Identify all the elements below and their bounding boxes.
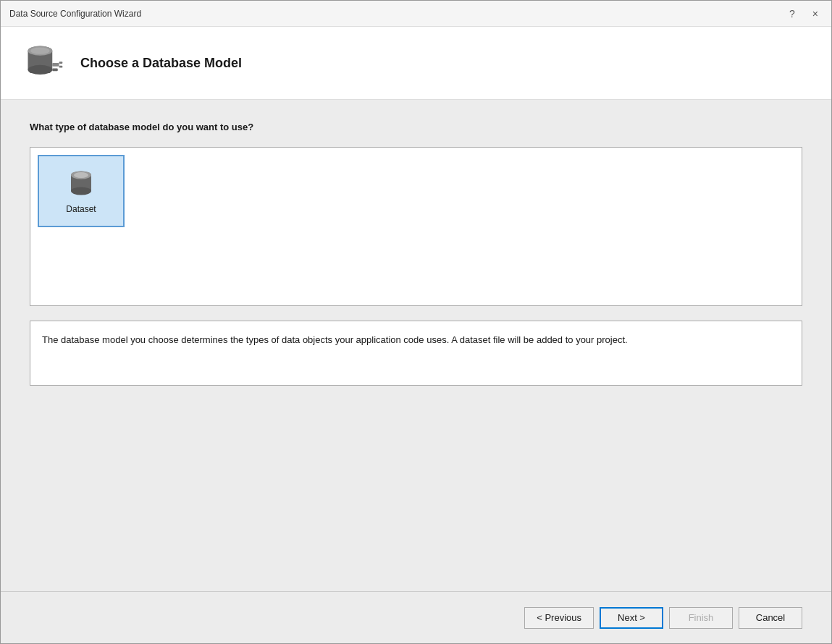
model-item-dataset-label: Dataset [66, 204, 96, 214]
cancel-button[interactable]: Cancel [739, 607, 802, 629]
model-item-dataset[interactable]: Dataset [38, 155, 125, 227]
svg-rect-6 [59, 62, 63, 64]
header-icon [22, 41, 66, 85]
title-bar-left: Data Source Configuration Wizard [9, 9, 141, 19]
svg-point-11 [71, 187, 91, 195]
svg-rect-7 [59, 66, 63, 68]
dataset-icon [67, 168, 96, 200]
dialog-window: Data Source Configuration Wizard ? × [0, 0, 832, 644]
close-button[interactable]: × [808, 7, 823, 20]
previous-button[interactable]: < Previous [524, 607, 594, 629]
help-button[interactable]: ? [785, 7, 799, 20]
title-bar: Data Source Configuration Wizard ? × [1, 1, 831, 27]
header-title: Choose a Database Model [80, 56, 242, 71]
svg-rect-8 [52, 69, 58, 72]
description-box: The database model you choose determines… [30, 321, 802, 386]
next-button[interactable]: Next > [600, 607, 663, 629]
model-selection-box: Dataset [30, 147, 802, 306]
header-section: Choose a Database Model [1, 27, 831, 100]
footer: < Previous Next > Finish Cancel [1, 591, 831, 643]
question-label: What type of database model do you want … [30, 122, 802, 132]
svg-point-4 [30, 47, 49, 54]
svg-rect-5 [52, 63, 59, 67]
finish-button[interactable]: Finish [669, 607, 733, 629]
description-text: The database model you choose determines… [42, 334, 628, 345]
window-title: Data Source Configuration Wizard [9, 9, 141, 19]
svg-point-13 [74, 172, 88, 178]
main-content: What type of database model do you want … [1, 100, 831, 591]
title-bar-controls: ? × [785, 7, 823, 20]
database-plug-icon [22, 41, 66, 85]
svg-point-2 [28, 65, 53, 75]
